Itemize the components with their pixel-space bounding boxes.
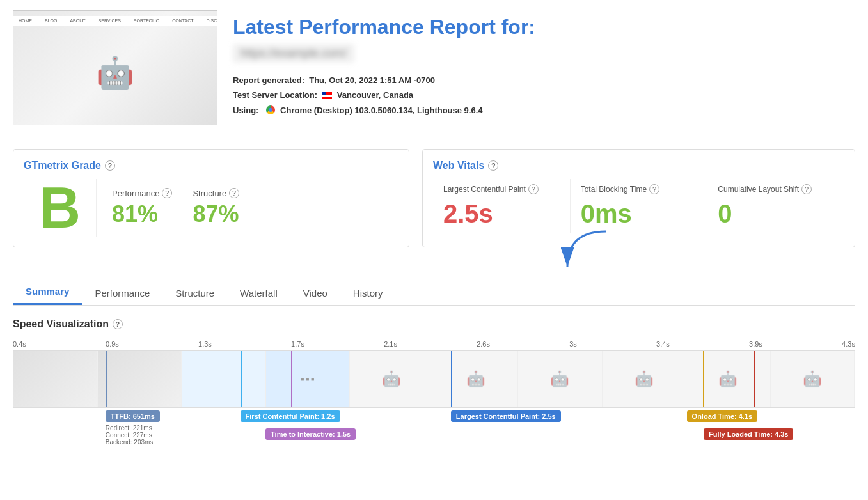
lcp-label: Largest Contentful Paint ? (443, 184, 560, 194)
gtmetrix-grade-help[interactable]: ? (105, 160, 115, 171)
frame-6: 🤖 (518, 351, 603, 407)
vitals-inner: Largest Contentful Paint ? 2.5s Total Bl… (433, 179, 844, 233)
tab-history[interactable]: History (340, 281, 396, 305)
ttfb-redirect: Redirect: 221ms (106, 425, 154, 432)
timeline-strip: – ■ ■ ■ 🤖 🤖 🤖 🤖 🤖 🤖 (13, 350, 855, 408)
marker-8: 3.9s (749, 340, 762, 348)
grade-inner: B Performance ? 81% Structure ? (24, 179, 398, 237)
header-info: Latest Performance Report for: https://e… (233, 10, 855, 118)
marker-6: 3s (569, 340, 577, 348)
tabs-nav: Summary Performance Structure Waterfall … (13, 279, 855, 306)
label-flt: Fully Loaded Time: 4.3s (704, 428, 794, 440)
cls-value: 0 (718, 199, 834, 228)
using-label: Using: (233, 103, 258, 118)
speed-visualization-section: Speed Visualization ? 0.4s 0.9s 1.3s 1.7… (13, 318, 855, 462)
web-vitals-help[interactable]: ? (488, 160, 498, 171)
gtmetrix-grade-title: GTmetrix Grade ? (24, 160, 398, 171)
performance-value: 81% (112, 201, 172, 228)
report-generated-value: Thu, Oct 20, 2022 1:51 AM -0700 (309, 75, 435, 85)
chrome-icon (266, 105, 275, 114)
marker-1: 0.9s (106, 340, 119, 348)
frame-3: ■ ■ ■ (266, 351, 351, 407)
marker-0: 0.4s (13, 340, 26, 348)
ttfb-backend: Backend: 203ms (106, 439, 154, 446)
cls-help[interactable]: ? (801, 184, 812, 194)
web-vitals-card: Web Vitals ? Largest Contentful Paint ? … (422, 149, 855, 247)
lcp-help[interactable]: ? (528, 184, 539, 194)
marker-5: 2.6s (477, 340, 490, 348)
label-tti: Time to Interactive: 1.5s (265, 428, 356, 440)
label-fcp: First Contentful Paint: 1.2s (241, 410, 340, 422)
vline-fcp (241, 351, 242, 407)
vline-flt (754, 351, 755, 407)
tbt-help[interactable]: ? (649, 184, 659, 194)
lcp-value: 2.5s (443, 199, 560, 228)
cls-vital: Cumulative Layout Shift ? 0 (707, 179, 844, 233)
frame-9: 🤖 (771, 351, 855, 407)
tab-structure[interactable]: Structure (162, 281, 227, 305)
tab-summary[interactable]: Summary (13, 279, 82, 305)
frame-0 (13, 351, 98, 407)
timeline-container: 0.4s 0.9s 1.3s 1.7s 2.1s 2.6s 3s 3.4s 3.… (13, 340, 855, 462)
performance-metric: Performance ? 81% (112, 188, 172, 228)
frame-2: – (182, 351, 266, 407)
timeline-markers: 0.4s 0.9s 1.3s 1.7s 2.1s 2.6s 3s 3.4s 3.… (13, 340, 855, 350)
grade-letter: B (24, 179, 97, 237)
using-value: Chrome (Desktop) 103.0.5060.134, Lightho… (280, 103, 482, 118)
ttfb-sub-labels: Redirect: 221ms Connect: 227ms Backend: … (106, 425, 154, 446)
tbt-label: Total Blocking Time ? (581, 184, 697, 194)
marker-3: 1.7s (291, 340, 304, 348)
tab-performance[interactable]: Performance (82, 281, 162, 305)
speed-viz-help[interactable]: ? (113, 319, 123, 329)
vline-ttfb (106, 351, 107, 407)
report-url: https://example.com/ (233, 44, 354, 63)
tbt-vital: Total Blocking Time ? 0ms (571, 179, 708, 233)
tab-video[interactable]: Video (290, 281, 340, 305)
structure-help[interactable]: ? (229, 188, 239, 198)
tbt-value: 0ms (581, 199, 697, 228)
structure-label: Structure ? (193, 188, 239, 198)
timeline-labels: TTFB: 651ms Redirect: 221ms Connect: 227… (13, 410, 855, 462)
marker-7: 3.4s (656, 340, 670, 348)
performance-label: Performance ? (112, 188, 172, 198)
vline-tti (291, 351, 292, 407)
ttfb-connect: Connect: 227ms (106, 432, 154, 439)
lcp-vital: Largest Contentful Paint ? 2.5s (433, 179, 571, 233)
tab-waterfall[interactable]: Waterfall (227, 281, 290, 305)
label-ttfb: TTFB: 651ms (106, 410, 160, 422)
blue-arrow-indicator (555, 228, 612, 273)
report-title: Latest Performance Report for: (233, 15, 855, 39)
report-generated-label: Report generated: (233, 75, 304, 85)
frame-7: 🤖 (603, 351, 687, 407)
vline-onload (703, 351, 704, 407)
vline-lcp (451, 351, 452, 407)
marker-2: 1.3s (198, 340, 212, 348)
cls-label: Cumulative Layout Shift ? (718, 184, 834, 194)
label-onload: Onload Time: 4.1s (687, 410, 758, 422)
canada-flag-icon (322, 92, 332, 99)
frame-5: 🤖 (434, 351, 519, 407)
server-location-label: Test Server Location: (233, 90, 317, 100)
structure-metric: Structure ? 87% (193, 188, 239, 228)
web-vitals-title: Web Vitals ? (433, 160, 844, 171)
metrics-row: Performance ? 81% Structure ? 87% (112, 188, 239, 228)
label-lcp: Largest Contentful Paint: 2.5s (451, 410, 561, 422)
server-location-value: Vancouver, Canada (337, 90, 413, 100)
frame-4: 🤖 (350, 351, 434, 407)
report-meta: Report generated: Thu, Oct 20, 2022 1:51… (233, 73, 855, 118)
frame-1 (98, 351, 182, 407)
site-thumbnail: HOMEBLOGABOUTSERVICESPORTFOLIOCONTACTDIS… (13, 10, 217, 125)
performance-help[interactable]: ? (162, 188, 172, 198)
marker-9: 4.3s (842, 340, 855, 348)
gtmetrix-grade-card: GTmetrix Grade ? B Performance ? 81% (13, 149, 409, 247)
thumbnail-robot-image: 🤖 (96, 55, 134, 91)
frame-8: 🤖 (686, 351, 771, 407)
speed-visualization-title: Speed Visualization ? (13, 318, 855, 330)
structure-value: 87% (193, 201, 239, 228)
marker-4: 2.1s (384, 340, 397, 348)
